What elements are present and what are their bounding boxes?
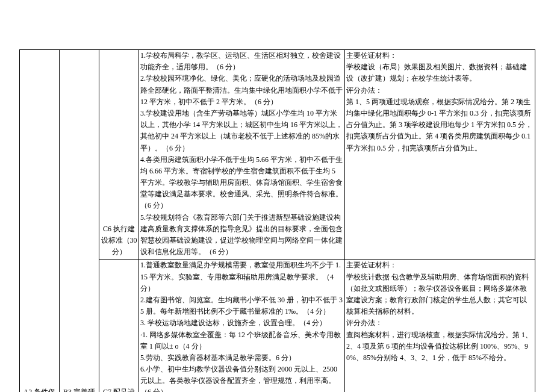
cell-c7-criteria: 1.普通教室数量满足办学规模需要，教室使用面积生均不少于 1.15 平方米。实验… xyxy=(139,260,345,392)
text: A2 条件保障（120 分） xyxy=(23,388,56,392)
text: 主要佐证材料： xyxy=(346,50,534,61)
text: 评分办法： xyxy=(346,317,534,329)
text: ·1. 网络多媒体教室全覆盖：每 12 个班级配备音乐、美术专用教室 1 间以±… xyxy=(140,329,343,352)
text: 5.劳动、实践教育器材基本满足教学需要。6 分） xyxy=(140,352,343,364)
text: 评分办法： xyxy=(346,85,534,96)
text: 6.小学、初中生均教学仪器设备值分别达到 2000 元以上、2500 元以上。各… xyxy=(140,364,343,392)
text: 2.建有图书馆、阅览室。生均藏书小学不低 30 册，初中不低于 35 册。每年新… xyxy=(140,294,343,317)
document-page: A2 条件保障（120 分） B3 完善硬件建设（60 分） C6 执行建设标准… xyxy=(0,0,554,392)
table-row: A2 条件保障（120 分） B3 完善硬件建设（60 分） C6 执行建设标准… xyxy=(20,50,535,260)
text: B3 完善硬件建设（60 分） xyxy=(61,388,98,392)
assessment-table: A2 条件保障（120 分） B3 完善硬件建设（60 分） C6 执行建设标准… xyxy=(19,49,535,392)
text: 1.普通教室数量满足办学规模需要，教室使用面积生均不少于 1.15 平方米。实验… xyxy=(140,260,343,294)
text: 查阅档案材料，进行现场核查，根据实际情况给分。第 1、2、4 项及第 6 项的生… xyxy=(346,329,534,364)
text: 第 1、5 两项通过现场观察，根据实际情况给分。第 2 项生均集中绿化用地面积每… xyxy=(346,96,534,154)
cell-c7-evidence: 主要佐证材料： 学校统计数据 包含教学及辅助用房、体育场馆面积的资料（如批文或图… xyxy=(345,260,535,392)
cell-c6: C6 执行建设标准（30 分） xyxy=(99,50,139,260)
text: 3.学校建设用地（含生产劳动基地等）城区小学生均 10 平方米以上，其他小学 1… xyxy=(140,108,343,154)
cell-c7: C7 配足设施设备（30 分） xyxy=(99,260,139,392)
text: 2.学校校园环境净化、绿化、美化；应硬化的活动场地及校园道路全部硬化，路面平整清… xyxy=(140,73,343,108)
text: 学校统计数据 包含教学及辅助用房、体育场馆面积的资料（如批文或图纸等）；教学仪器… xyxy=(346,272,534,318)
text: 5.学校规划符合《教育部等六部门关于推进新型基础设施建设构建高质量教育支撑体系的… xyxy=(140,212,343,258)
text: 学校建设（布局）效果图及相关图片、数据资料；基础建设（改扩建）规划；在校学生统计… xyxy=(346,61,534,84)
text: C6 执行建设标准（30 分） xyxy=(101,225,137,256)
text: 主要佐证材料： xyxy=(346,260,534,271)
text: 1.学校布局科学，教学区、运动区、生活区相对独立，校舍建设功能齐全，适用够用。（… xyxy=(140,50,343,73)
text: C7 配足设施设备（30 分） xyxy=(101,388,137,392)
cell-c6-criteria: 1.学校布局科学，教学区、运动区、生活区相对独立，校舍建设功能齐全，适用够用。（… xyxy=(139,50,345,260)
cell-a2: A2 条件保障（120 分） xyxy=(20,50,60,393)
cell-b3: B3 完善硬件建设（60 分） xyxy=(60,50,99,393)
text: 4.各类用房建筑面积小学不低于生均 5.66 平方米，初中不低于生均 6.66 … xyxy=(140,154,343,212)
text: 3. 学校运动场地建设达标，设施齐全，设置合理。（4 分） xyxy=(140,317,343,329)
cell-c6-evidence: 主要佐证材料： 学校建设（布局）效果图及相关图片、数据资料；基础建设（改扩建）规… xyxy=(345,50,535,260)
